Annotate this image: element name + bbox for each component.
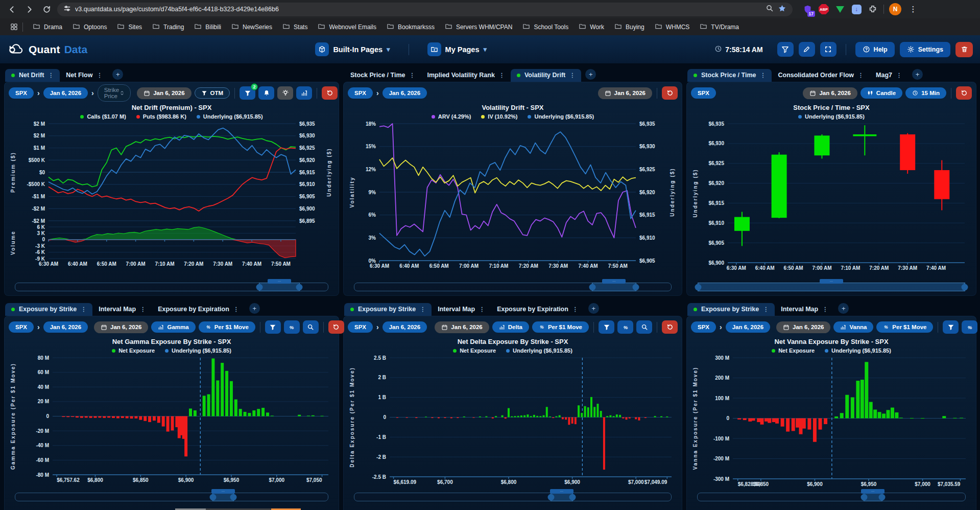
- chart-area[interactable]: $6,935$6,930$6,925$6,920$6,915$6,910$6,9…: [691, 120, 972, 280]
- pill-spx[interactable]: SPX: [9, 321, 34, 333]
- range-brush[interactable]: ⋯: [15, 493, 328, 501]
- chart-svg[interactable]: 18%15%12%9%6%3%0%$6,935$6,930$6,925$6,92…: [348, 120, 678, 270]
- bookmark-star-icon[interactable]: [778, 4, 786, 15]
- pill-per-1-move[interactable]: %Per $1 Move: [199, 321, 255, 333]
- tab-menu-icon[interactable]: ⋮: [48, 72, 54, 79]
- legend-item-1[interactable]: Underlying ($6,915.85): [825, 347, 891, 354]
- bookmark-stats[interactable]: Stats: [278, 20, 312, 34]
- legend-item-0[interactable]: Net Exposure: [112, 347, 155, 354]
- legend-item-0[interactable]: Net Exposure: [772, 347, 815, 354]
- tab-interval-map[interactable]: Interval Map⋮: [92, 303, 152, 316]
- date-chip[interactable]: Jan 6, 2026: [598, 87, 652, 99]
- brush-handle-left[interactable]: [861, 494, 867, 500]
- reload-icon[interactable]: [40, 3, 53, 16]
- adblock-extension-icon[interactable]: ABP: [818, 4, 829, 15]
- tab-menu-icon[interactable]: ⋮: [479, 306, 485, 313]
- pill-jan-6-2026[interactable]: Jan 6, 2026: [726, 321, 770, 333]
- legend-item-1[interactable]: Underlying ($6,915.85): [506, 347, 572, 354]
- brush-selection[interactable]: ⋯: [259, 283, 300, 291]
- bookmark-school-tools[interactable]: School Tools: [518, 20, 573, 34]
- brush-selection[interactable]: ⋯: [551, 493, 572, 501]
- brush-grip[interactable]: ⋯: [211, 489, 235, 494]
- tab-menu-icon[interactable]: ⋮: [233, 306, 239, 313]
- chart-svg[interactable]: 300 M200 M100 M0-100 M-200 M-300 M$6,828…: [691, 354, 972, 488]
- global-filter-button[interactable]: [777, 42, 794, 57]
- site-settings-icon[interactable]: [63, 5, 71, 14]
- tab-mag7[interactable]: Mag7⋮: [870, 69, 908, 82]
- brand[interactable]: Quant Data: [7, 42, 87, 57]
- legend-item-0[interactable]: Calls ($1.07 M): [80, 113, 126, 120]
- brush-selection[interactable]: ⋯: [592, 283, 636, 291]
- bookmark-tv-drama[interactable]: TV/Drama: [695, 20, 744, 34]
- legend-item-1[interactable]: IV (10.92%): [481, 113, 517, 120]
- date-chip[interactable]: Jan 6, 2026: [137, 87, 191, 99]
- tab-exposure-by-expiration[interactable]: Exposure by Expiration⋮: [491, 303, 584, 316]
- tab-menu-icon[interactable]: ⋮: [763, 306, 769, 313]
- bookmark-webnovel-emails[interactable]: Webnovel Emails: [313, 20, 380, 34]
- pill-jan-6-2026[interactable]: Jan 6, 2026: [43, 87, 88, 99]
- url-text[interactable]: v3.quantdata.us/page/custom/d74ba5f4-ef6…: [75, 6, 279, 13]
- tab-interval-map[interactable]: Interval Map⋮: [432, 303, 491, 316]
- range-brush[interactable]: ⋯: [354, 283, 672, 291]
- add-tab-button[interactable]: +: [912, 69, 923, 80]
- chart-area[interactable]: 2.5 B2 B1 B0-1 B-2 B-2.5 B$6,619.09$6,70…: [348, 354, 678, 490]
- legend-item-1[interactable]: Underlying ($6,915.85): [165, 347, 231, 354]
- brush-handle-right[interactable]: [230, 494, 237, 500]
- bookmark-servers-whm-cpan[interactable]: Servers WHM/CPAN: [440, 20, 517, 34]
- pct-button[interactable]: %: [962, 320, 977, 334]
- add-tab-button[interactable]: +: [112, 69, 123, 80]
- range-brush[interactable]: ⋯: [354, 493, 672, 501]
- legend-item-1[interactable]: Puts ($983.86 K): [136, 113, 186, 120]
- tab-exposure-by-strike[interactable]: Exposure by Strike⋮: [5, 303, 92, 316]
- chart-area[interactable]: 300 M200 M100 M0-100 M-200 M-300 M$6,828…: [691, 354, 972, 490]
- brush-selection[interactable]: ⋯: [864, 493, 882, 501]
- profile-avatar[interactable]: N: [889, 3, 901, 15]
- magnifier-button[interactable]: [636, 320, 652, 334]
- pill-jan-6-2026[interactable]: Jan 6, 2026: [383, 321, 427, 333]
- legend-item-2[interactable]: Underlying ($6,915.85): [528, 113, 594, 120]
- brush-handle-left[interactable]: [209, 494, 216, 500]
- date-chip[interactable]: Jan 6, 2026: [435, 321, 489, 333]
- tab-menu-icon[interactable]: ⋮: [97, 72, 102, 79]
- tab-menu-icon[interactable]: ⋮: [569, 72, 575, 79]
- legend-item-0[interactable]: Underlying ($6,915.85): [798, 113, 865, 120]
- bookmark-bookmarksss[interactable]: Bookmarksss: [382, 20, 439, 34]
- brush-grip[interactable]: ⋯: [268, 279, 291, 284]
- refresh-button[interactable]: [662, 86, 678, 100]
- date-chip[interactable]: Jan 6, 2026: [776, 321, 830, 333]
- bookmark-optoons[interactable]: Optoons: [68, 20, 111, 34]
- pill-jan-6-2026[interactable]: Jan 6, 2026: [43, 321, 88, 333]
- bookmark-whmcs[interactable]: WHMCS: [650, 20, 695, 34]
- pill-spx[interactable]: SPX: [691, 87, 716, 99]
- download-extension-icon[interactable]: ↓: [851, 4, 862, 15]
- puzzle-extensions-icon[interactable]: [867, 4, 878, 15]
- refresh-button[interactable]: [956, 86, 972, 100]
- brush-handle-left[interactable]: [548, 494, 555, 500]
- brush-handle-right[interactable]: [878, 494, 885, 500]
- pct-button[interactable]: %: [284, 320, 300, 334]
- tab-interval-map[interactable]: Interval Map⋮: [775, 303, 834, 316]
- apps-grid-icon[interactable]: [7, 20, 20, 34]
- tab-menu-icon[interactable]: ⋮: [760, 72, 766, 79]
- tab-exposure-by-strike[interactable]: Exposure by Strike⋮: [344, 303, 432, 316]
- brush-handle-left[interactable]: [589, 284, 596, 290]
- help-button[interactable]: Help: [855, 42, 895, 57]
- legend-item-0[interactable]: Net Exposure: [453, 347, 496, 354]
- pill-delta[interactable]: Delta: [492, 321, 529, 333]
- brush-grip[interactable]: ⋯: [861, 489, 885, 494]
- brush-grip[interactable]: ⋯: [820, 279, 843, 284]
- brush-handle-right[interactable]: [569, 494, 576, 500]
- tab-menu-icon[interactable]: ⋮: [499, 72, 505, 79]
- shield-extension-icon[interactable]: 17: [802, 4, 813, 15]
- range-brush[interactable]: ⋯: [697, 493, 966, 501]
- bookmark-trading[interactable]: Trading: [148, 20, 188, 34]
- pill-spx[interactable]: SPX: [691, 321, 716, 333]
- magnifier-button[interactable]: [303, 320, 319, 334]
- brush-handle-right[interactable]: [962, 284, 968, 290]
- tab-implied-volatility-rank[interactable]: Implied Volatility Rank⋮: [421, 69, 510, 82]
- tab-menu-icon[interactable]: ⋮: [140, 306, 146, 313]
- tab-net-flow[interactable]: Net Flow⋮: [60, 69, 108, 82]
- add-tab-button[interactable]: +: [588, 303, 599, 314]
- zoom-page-icon[interactable]: [766, 4, 774, 14]
- pill-vanna[interactable]: Vanna: [833, 321, 873, 333]
